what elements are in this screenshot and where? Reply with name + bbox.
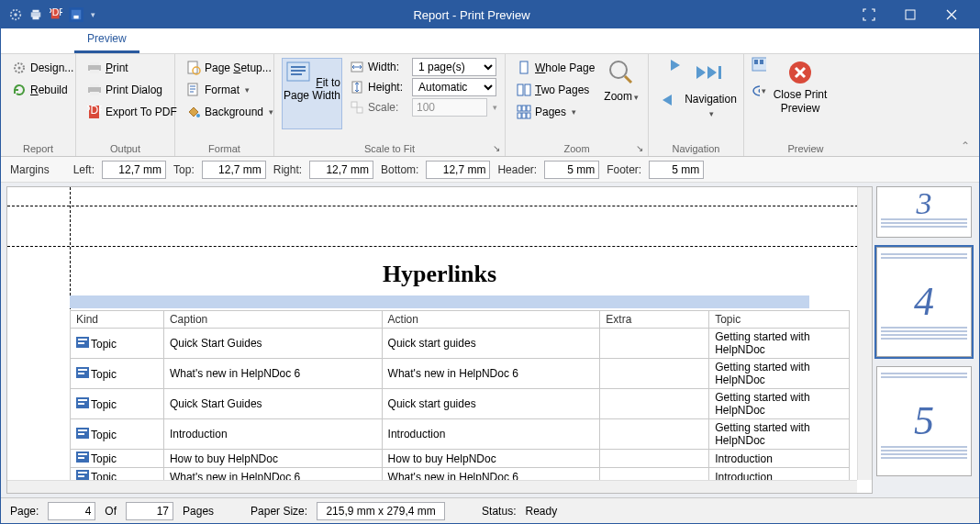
scale-input[interactable]	[412, 98, 487, 117]
svg-text:PDF: PDF	[87, 105, 102, 117]
pdf-icon: PDF	[87, 105, 102, 119]
svg-rect-48	[754, 60, 758, 64]
width-select[interactable]: 1 page(s)	[412, 58, 496, 76]
topic-icon	[76, 337, 89, 348]
svg-rect-4	[33, 17, 39, 20]
thumb-page-3[interactable]: 3	[876, 186, 972, 238]
col-action: Action	[382, 311, 600, 329]
whole-page-button[interactable]: Whole Page	[513, 58, 598, 78]
svg-rect-33	[351, 102, 357, 107]
background-button[interactable]: Background▾	[183, 102, 277, 122]
nav-prev-icon[interactable]	[655, 93, 681, 107]
thumbnail-panel: 3 4 5	[873, 183, 979, 497]
close-button[interactable]	[930, 1, 972, 28]
svg-rect-38	[518, 106, 521, 111]
col-caption: Caption	[163, 311, 382, 329]
ribbon: Design... Rebuild Report Print Print Dia…	[1, 54, 979, 157]
svg-rect-19	[90, 84, 99, 87]
format-button[interactable]: Format▾	[183, 80, 277, 100]
col-kind: Kind	[71, 311, 164, 329]
ribbon-group-zoom: Whole Page Two Pages Pages▾ Zoom▾ Zoom ↘	[506, 54, 649, 156]
tab-preview[interactable]: Preview	[74, 27, 139, 53]
svg-rect-36	[518, 84, 523, 95]
margin-top-input[interactable]	[202, 161, 266, 179]
svg-rect-20	[90, 92, 99, 95]
page-input[interactable]	[48, 502, 95, 520]
qat-pdf-icon[interactable]: PDF	[49, 7, 63, 22]
page-setup-button[interactable]: Page Setup...	[183, 58, 277, 78]
nav-next-icon[interactable]	[665, 58, 691, 72]
preview-pane[interactable]: Hyperlinks Kind Caption Action Extra Top…	[6, 186, 873, 494]
margin-left-input[interactable]	[102, 161, 166, 179]
qat-settings-icon[interactable]	[8, 7, 23, 22]
close-preview-button[interactable]: Close Print Preview	[770, 58, 830, 129]
zoom-button[interactable]: Zoom▾	[602, 58, 640, 129]
print-dialog-button[interactable]: Print Dialog	[84, 80, 181, 100]
whole-page-icon	[517, 61, 531, 75]
print-button[interactable]: Print	[84, 58, 181, 78]
fit-width-icon	[284, 59, 313, 88]
group-label: Report	[1, 143, 75, 154]
topic-icon	[76, 397, 89, 408]
dialog-launcher-icon[interactable]: ↘	[490, 141, 503, 154]
fullscreen-button[interactable]	[848, 1, 889, 28]
svg-rect-37	[525, 84, 530, 95]
margin-header-input[interactable]	[544, 161, 599, 179]
thumb-page-5[interactable]: 5	[876, 366, 972, 476]
thumbnails-icon[interactable]	[752, 58, 766, 72]
export-pdf-button[interactable]: PDFExport To PDF	[84, 102, 181, 122]
page-setup-icon	[186, 61, 201, 75]
navigation-button[interactable]: Navigation▾	[685, 93, 737, 118]
svg-rect-49	[760, 60, 763, 64]
ribbon-group-format: Page Setup... Format▾ Background▾ Format	[175, 54, 274, 156]
height-row: Height: Automatic	[350, 78, 497, 96]
margin-bottom-input[interactable]	[426, 161, 490, 179]
qat-save-icon[interactable]	[69, 7, 84, 22]
width-icon	[350, 60, 364, 74]
topic-icon	[76, 452, 89, 463]
magnifier-icon	[607, 58, 636, 87]
svg-rect-30	[291, 73, 302, 75]
chevron-down-icon: ▾	[762, 86, 766, 95]
multi-pages-icon	[517, 105, 531, 119]
group-label: Scale to Fit	[274, 143, 505, 154]
margins-bar: Margins Left: Top: Right: Bottom: Header…	[1, 157, 979, 183]
ribbon-group-navigation: Navigation▾ Navigation	[649, 54, 744, 156]
design-button[interactable]: Design...	[8, 58, 77, 78]
col-topic: Topic	[709, 311, 850, 329]
titlebar: PDF ▾ Report - Print Preview	[1, 1, 979, 28]
qat-print-icon[interactable]	[28, 7, 43, 22]
ribbon-group-scale: Fit to Page Width Width: 1 page(s) Heigh…	[274, 54, 506, 156]
collapse-ribbon-icon[interactable]: ⌃	[961, 139, 970, 152]
two-pages-button[interactable]: Two Pages	[513, 80, 598, 100]
report-band	[70, 295, 809, 308]
svg-rect-34	[357, 107, 362, 113]
height-select[interactable]: Automatic	[412, 78, 496, 96]
dialog-launcher-icon[interactable]: ↘	[633, 141, 646, 154]
svg-rect-8	[73, 16, 78, 19]
svg-rect-28	[291, 66, 306, 68]
table-row: TopicWhat's new in HelpNDoc 6What's new …	[71, 359, 850, 389]
maximize-button[interactable]	[889, 1, 930, 28]
eye-icon[interactable]: ▾	[752, 84, 766, 98]
ribbon-group-report: Design... Rebuild Report	[1, 54, 76, 156]
group-label: Preview	[744, 143, 867, 154]
svg-rect-46	[718, 66, 721, 79]
thumb-page-4[interactable]: 4	[876, 247, 972, 357]
svg-point-51	[759, 89, 761, 94]
scrollbar-horizontal[interactable]	[7, 480, 857, 493]
pages-button[interactable]: Pages▾	[513, 102, 598, 122]
rebuild-button[interactable]: Rebuild	[8, 80, 77, 100]
nav-last-icon[interactable]	[695, 58, 728, 87]
margin-footer-input[interactable]	[649, 161, 704, 179]
svg-rect-3	[33, 10, 39, 13]
gear-icon	[12, 61, 27, 75]
scrollbar-vertical[interactable]	[857, 187, 872, 480]
margin-right-input[interactable]	[309, 161, 373, 179]
ribbon-group-preview: ▾ Close Print Preview Preview	[744, 54, 867, 156]
report-table: Kind Caption Action Extra Topic TopicQui…	[70, 310, 850, 493]
report-title: Hyperlinks	[7, 261, 872, 288]
fit-page-width-button[interactable]: Fit to Page Width	[282, 58, 342, 129]
main-area: Hyperlinks Kind Caption Action Extra Top…	[1, 183, 979, 497]
refresh-icon	[12, 83, 27, 97]
